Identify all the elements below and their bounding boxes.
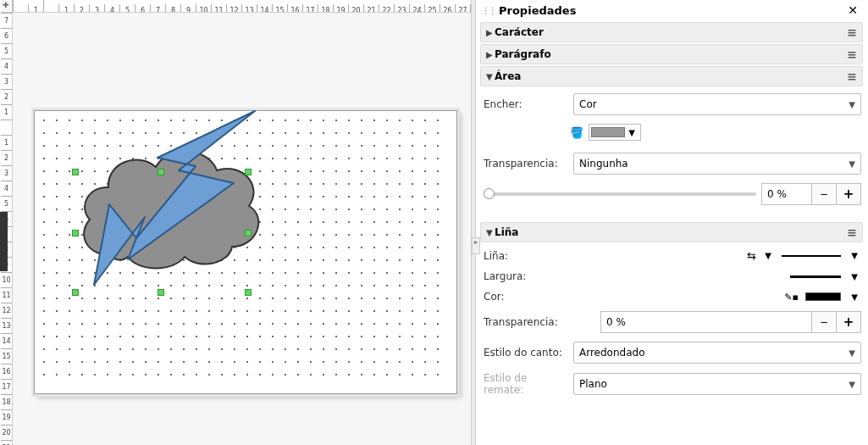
line-label: Liña:: [484, 250, 568, 262]
fill-color-swatch: [591, 127, 625, 137]
selection-handle[interactable]: [245, 230, 252, 236]
line-width-preview[interactable]: [790, 275, 841, 278]
selection-handle[interactable]: [72, 169, 79, 175]
selection-handle[interactable]: [72, 289, 79, 296]
chevron-right-icon: ▶: [486, 50, 495, 59]
splitter[interactable]: [471, 0, 476, 445]
ruler-corner: [1, 0, 13, 13]
slider-thumb[interactable]: [484, 188, 495, 199]
section-label: Área: [495, 70, 847, 82]
section-character[interactable]: ▶ Carácter ≡: [480, 22, 863, 42]
drag-grip-icon[interactable]: ⋮⋮: [482, 6, 495, 15]
chevron-down-icon: ▼: [849, 348, 855, 358]
horizontal-ruler: 1123456789101112131415161718192021222324…: [13, 0, 474, 13]
fill-type-value: Cor: [579, 98, 597, 110]
line-section-body: Liña: ⇆ ▼ ▼ Largura: ▼ Cor: ✎▪ ▼ Tr: [480, 244, 863, 413]
section-menu-icon[interactable]: ≡: [847, 225, 857, 239]
arrow-style-icon[interactable]: ⇆: [747, 249, 755, 262]
cap-style-combo[interactable]: Plano ▼: [573, 373, 861, 395]
selection-handle[interactable]: [245, 289, 252, 296]
chevron-down-icon: ▼: [849, 380, 855, 389]
section-menu-icon[interactable]: ≡: [847, 70, 857, 83]
corner-style-value: Arredondado: [579, 347, 644, 359]
transparency-mode-value: Ningunha: [579, 158, 628, 170]
chevron-down-icon: ▼: [849, 159, 855, 169]
transparency-label: Transparencia:: [484, 158, 568, 170]
selection-handle[interactable]: [158, 169, 164, 175]
transparency-value[interactable]: 0 %: [761, 183, 812, 205]
line-style-preview[interactable]: [782, 255, 841, 257]
line-color-label: Cor:: [484, 291, 568, 303]
cap-style-label: Estilo de remate:: [484, 372, 568, 396]
decrement-button[interactable]: −: [811, 183, 837, 205]
panel-header: ⋮⋮ Propiedades ✕: [480, 0, 863, 22]
lightning-arrow-shape[interactable]: [77, 103, 272, 323]
pen-icon: ✎▪: [784, 292, 799, 303]
line-transparency-label: Transparencia:: [484, 316, 568, 328]
chevron-down-icon: ▼: [849, 100, 855, 109]
chevron-down-icon[interactable]: ▼: [848, 292, 861, 302]
chevron-down-icon: ▼: [625, 128, 639, 137]
selection-handle[interactable]: [245, 169, 252, 175]
cap-style-value: Plano: [579, 378, 607, 390]
corner-style-combo[interactable]: Arredondado ▼: [573, 342, 861, 364]
transparency-slider[interactable]: [484, 192, 756, 196]
chevron-down-icon[interactable]: ▼: [761, 251, 775, 260]
line-color-swatch[interactable]: [805, 292, 841, 301]
panel-title: Propiedades: [499, 4, 844, 17]
corner-style-label: Estilo do canto:: [484, 347, 568, 359]
area-section-body: Encher: Cor ▼ 🪣 ▼ Transparencia: Ningunh…: [480, 88, 863, 222]
section-label: Carácter: [495, 26, 847, 38]
transparency-mode-combo[interactable]: Ningunha ▼: [573, 153, 861, 175]
section-label: Parágrafo: [495, 48, 847, 60]
chevron-down-icon[interactable]: ▼: [848, 272, 861, 281]
panel-tab[interactable]: [0, 212, 8, 271]
drawing-page: [34, 110, 457, 394]
section-line[interactable]: ▼ Liña ≡: [480, 222, 863, 242]
chevron-down-icon: ▼: [486, 72, 495, 81]
fill-bucket-icon: 🪣: [570, 126, 583, 139]
increment-button[interactable]: +: [836, 183, 861, 205]
chevron-down-icon[interactable]: ▼: [848, 251, 861, 260]
section-label: Liña: [495, 226, 847, 238]
drawing-canvas[interactable]: [13, 13, 474, 445]
section-menu-icon[interactable]: ≡: [847, 47, 857, 61]
fill-label: Encher:: [484, 98, 568, 110]
decrement-button[interactable]: −: [811, 311, 837, 333]
fill-type-combo[interactable]: Cor ▼: [573, 93, 861, 115]
width-label: Largura:: [484, 270, 568, 282]
selection-handle[interactable]: [158, 289, 164, 296]
section-area[interactable]: ▼ Área ≡: [480, 66, 863, 86]
sidebar-expand-grip[interactable]: [472, 237, 480, 254]
chevron-down-icon: ▼: [486, 228, 495, 237]
line-transparency-value[interactable]: 0 %: [600, 311, 812, 333]
chevron-right-icon: ▶: [486, 28, 495, 37]
fill-color-selector[interactable]: ▼: [589, 124, 641, 141]
increment-button[interactable]: +: [836, 311, 861, 333]
close-icon[interactable]: ✕: [844, 3, 861, 17]
selection-handle[interactable]: [72, 230, 79, 236]
section-menu-icon[interactable]: ≡: [847, 25, 857, 39]
section-paragraph[interactable]: ▶ Parágrafo ≡: [480, 44, 863, 64]
